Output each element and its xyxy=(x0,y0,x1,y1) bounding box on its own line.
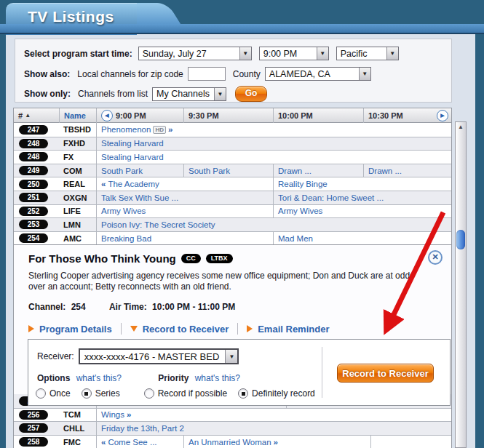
channel-name: TCM xyxy=(59,410,96,419)
grid-row-253-lmn: 253LMNPoison Ivy: The Secret Society xyxy=(14,217,451,231)
next-time-icon[interactable]: ▶ xyxy=(437,110,448,121)
channel-number-cell: 248 xyxy=(14,152,59,161)
program-link-drawn[interactable]: Drawn ... xyxy=(368,167,402,175)
channel-number-badge: 248 xyxy=(19,152,48,161)
program-link-wings[interactable]: Wings» xyxy=(101,410,131,419)
program-link-friday-the-13th-part-2[interactable]: Friday the 13th, Part 2 xyxy=(101,424,184,433)
grid-row-258-fmc: 258FMC«Come See ...An Unmarried Woman» xyxy=(14,435,451,448)
program-title-text: Poison Ivy: The Secret Society xyxy=(101,220,215,229)
channel-list-select-value: My Channels xyxy=(156,89,210,99)
number-column-header[interactable]: # ▲ xyxy=(14,108,59,123)
grid-row-256-tcm: 256TCMWings» xyxy=(14,408,451,422)
triangle-down-icon xyxy=(130,326,138,332)
channel-number-cell: 250 xyxy=(14,180,59,189)
program-link-mad-men[interactable]: Mad Men xyxy=(278,234,313,243)
program-link-an-unmarried-woman[interactable]: An Unmarried Woman» xyxy=(189,438,278,447)
tab-email-reminder[interactable]: Email Reminder xyxy=(238,324,338,335)
tab-program-details[interactable]: Program Details xyxy=(28,324,121,335)
prev-time-icon[interactable]: ◀ xyxy=(101,110,113,121)
program-cell: Breaking Bad xyxy=(96,232,273,245)
channel-number-badge: 251 xyxy=(19,193,48,202)
options-whats-this-link[interactable]: what's this? xyxy=(76,373,122,383)
program-link-south-park[interactable]: South Park xyxy=(101,167,143,175)
time-column-header-10-30-pm: 10:30 PM▶ xyxy=(363,108,451,123)
record-box: Receiver: xxxx-xxxx-4176 - MASTER BED ▼ … xyxy=(28,339,451,406)
receiver-row: Receiver: xxxx-xxxx-4176 - MASTER BED ▼ xyxy=(37,348,450,364)
program-cell: Tori & Dean: Home Sweet ... xyxy=(273,191,451,204)
program-title-text: Tori & Dean: Home Sweet ... xyxy=(278,193,384,202)
county-label: County xyxy=(233,69,261,79)
time-select[interactable]: 9:00 PM ▼ xyxy=(259,47,329,60)
zip-input[interactable] xyxy=(188,67,226,81)
sort-up-icon: ▲ xyxy=(25,112,31,119)
program-cell: Army Wives xyxy=(273,205,451,218)
program-title-text: South Park xyxy=(189,167,230,175)
detail-tabs: Program DetailsRecord to ReceiverEmail R… xyxy=(28,322,451,335)
channel-name: OXGN xyxy=(59,193,96,202)
program-link-south-park[interactable]: South Park xyxy=(189,167,230,175)
program-cell: South Park xyxy=(183,164,273,177)
channel-number-badge: 252 xyxy=(19,207,48,216)
tab-record-to-receiver[interactable]: Record to Receiver xyxy=(122,324,238,335)
program-link-come-see[interactable]: «Come See ... xyxy=(101,438,157,447)
record-to-receiver-button[interactable]: Record to Receiver xyxy=(337,364,434,383)
radio-definitely-record[interactable]: Definitely record xyxy=(238,388,315,399)
timezone-select[interactable]: Pacific ▼ xyxy=(336,47,399,60)
channel-name: LMN xyxy=(59,220,96,229)
go-button[interactable]: Go xyxy=(235,86,267,102)
record-box-divider xyxy=(322,347,322,398)
program-cell: Army Wives xyxy=(96,205,273,218)
program-link-stealing-harvard[interactable]: Stealing Harvard xyxy=(101,153,164,161)
program-link-army-wives[interactable]: Army Wives xyxy=(101,207,146,215)
program-title-text: Stealing Harvard xyxy=(101,153,164,161)
filter-panel: Select program start time: Sunday, July … xyxy=(15,39,452,103)
program-title-text: Wings xyxy=(101,410,124,419)
time-column-header-9-00-pm: ◀9:00 PM xyxy=(96,108,183,123)
program-link-tori-dean-home-sweet[interactable]: Tori & Dean: Home Sweet ... xyxy=(278,193,384,202)
channel-number-cell: 257 xyxy=(14,423,59,433)
channel-list-select[interactable]: My Channels ▼ xyxy=(152,87,226,101)
vertical-scrollbar[interactable]: ▲ xyxy=(455,121,467,448)
name-header-label: Name xyxy=(64,111,86,120)
program-link-breaking-bad[interactable]: Breaking Bad xyxy=(101,234,151,243)
radio-record-if-possible[interactable]: Record if possible xyxy=(144,388,227,399)
time-column-header-10-00-pm: 10:00 PM xyxy=(273,108,363,123)
radio-series[interactable]: Series xyxy=(82,388,120,399)
program-link-poison-ivy-the-secret-society[interactable]: Poison Ivy: The Secret Society xyxy=(101,220,215,229)
program-cell: «The Academy xyxy=(96,177,273,191)
receiver-select[interactable]: xxxx-xxxx-4176 - MASTER BED ▼ xyxy=(79,348,239,364)
tab-label: Program Details xyxy=(39,324,112,335)
grid-row-257-chll: 257CHLLFriday the 13th, Part 2 xyxy=(14,421,451,435)
program-link-stealing-harvard[interactable]: Stealing Harvard xyxy=(101,139,164,148)
scroll-up-icon[interactable]: ▲ xyxy=(456,122,466,132)
triangle-right-icon xyxy=(247,325,253,332)
channel-name: TBSHD xyxy=(59,125,96,134)
radio-once[interactable]: Once xyxy=(36,388,71,399)
program-cell: South Park xyxy=(96,164,183,177)
program-cell: Friday the 13th, Part 2 xyxy=(96,422,451,435)
scrollbar-thumb[interactable] xyxy=(456,230,465,249)
program-link-army-wives[interactable]: Army Wives xyxy=(278,207,322,215)
radio-checked-icon xyxy=(82,388,92,399)
county-select[interactable]: ALAMEDA, CA ▼ xyxy=(265,67,371,81)
program-link-drawn[interactable]: Drawn ... xyxy=(278,167,312,175)
grid-row-248-fxhd: 248FXHDStealing Harvard xyxy=(14,137,451,151)
tab-label: Email Reminder xyxy=(258,324,329,335)
program-link-reality-binge[interactable]: Reality Binge xyxy=(278,180,328,188)
date-select[interactable]: Sunday, July 27 ▼ xyxy=(138,47,252,60)
airtime-value: 10:00 PM - 11:00 PM xyxy=(152,302,235,312)
program-link-the-academy[interactable]: «The Academy xyxy=(101,180,159,188)
program-title-text: Drawn ... xyxy=(368,167,402,175)
program-link-phenomenon[interactable]: PhenomenonHD» xyxy=(101,125,172,134)
grid-row-250-real: 250REAL«The AcademyReality Binge xyxy=(14,177,451,191)
time-header-label: 10:00 PM xyxy=(278,111,313,120)
name-column-header[interactable]: Name xyxy=(59,108,96,123)
program-cell: Wings» xyxy=(96,409,451,422)
show-also-row: Show also: Local channels for zip code C… xyxy=(24,67,371,81)
priority-whats-this-link[interactable]: what's this? xyxy=(195,373,240,383)
show-also-label: Show also: xyxy=(24,69,70,79)
program-link-talk-sex-with-sue[interactable]: Talk Sex With Sue ... xyxy=(101,193,178,202)
channel-name: FX xyxy=(59,153,96,161)
program-description: Sterling Cooper advertising agency recei… xyxy=(28,271,427,292)
continues-after-icon: » xyxy=(274,438,278,447)
